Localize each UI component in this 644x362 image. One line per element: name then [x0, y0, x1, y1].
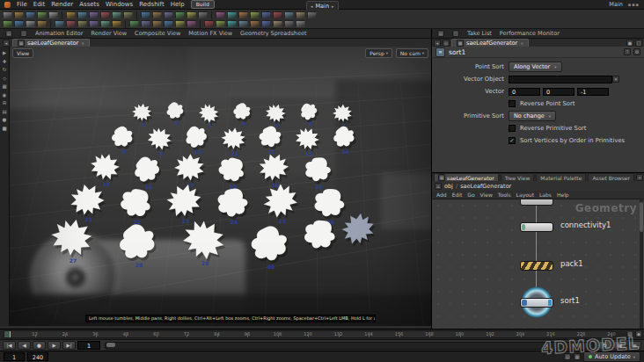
path-segment-obj[interactable]: obj [444, 183, 453, 190]
shelf-tool-icon[interactable] [100, 20, 110, 27]
pane-tab-animation-editor[interactable]: Animation Editor [35, 30, 83, 37]
shelf-tool-icon[interactable] [112, 20, 121, 27]
pane-tab-take-list[interactable]: Take List [467, 30, 492, 37]
playbar-menu-icon[interactable]: ≡ [628, 341, 641, 350]
node-sort1[interactable] [520, 298, 553, 308]
play-reverse-button[interactable]: ◀ [18, 341, 31, 350]
viewport-3d[interactable]: 1234567891011121314151617181920212223242… [10, 47, 431, 326]
network-scrollbar[interactable] [640, 199, 643, 329]
point-sort-dropdown[interactable]: Along Vector ▾ [509, 62, 562, 72]
pane-link-icon[interactable]: ◎ [443, 40, 450, 47]
display-icon[interactable]: ● [3, 118, 7, 123]
leaf-shape[interactable] [332, 104, 353, 123]
frame-slider[interactable] [105, 342, 594, 350]
shelf-tool-icon[interactable] [26, 20, 35, 27]
layout-icon[interactable]: ▤ [2, 110, 6, 115]
parameter-tab[interactable]: ▩ saeLeafGenerator × [451, 39, 529, 47]
shelf-tool-icon[interactable] [66, 11, 76, 18]
reverse-point-checkbox[interactable] [509, 100, 516, 107]
shelf-tool-icon[interactable] [273, 20, 282, 27]
update-mode-dropdown[interactable]: Auto Update ▾ [583, 351, 640, 362]
network-canvas[interactable]: Geometry connectivity1pack1sort1 [431, 199, 644, 329]
shelf-tool-icon[interactable] [296, 20, 305, 27]
shelf-tool-icon[interactable] [141, 20, 150, 27]
pane-tab-performance-monitor[interactable]: Performance Monitor [500, 30, 560, 37]
network-tab-tree-view[interactable]: Tree View [501, 173, 535, 182]
shelf-tool-icon[interactable] [238, 20, 248, 27]
shelf-tool-icon[interactable] [152, 20, 162, 27]
shelf-tool-icon[interactable] [250, 20, 260, 27]
shelf-tool-icon[interactable] [100, 11, 110, 18]
network-view-tab[interactable]: ▦ saeLeafGenerator [434, 173, 499, 182]
pane-stow-icon[interactable]: ◂ [3, 40, 10, 47]
shelf-tool-icon[interactable] [307, 11, 317, 18]
node-pack1[interactable] [520, 261, 553, 271]
shelf-tool-icon[interactable] [14, 20, 24, 27]
snap-icon[interactable]: ◉ [3, 93, 7, 98]
leaf-shape[interactable] [173, 152, 205, 182]
camera-select-button[interactable]: No cam ▾ [396, 48, 428, 58]
menu-file[interactable]: File [17, 1, 27, 8]
path-segment-current[interactable]: saeLeafGenerator [460, 183, 511, 190]
range-start-field[interactable]: 1 [4, 352, 25, 361]
menu-redshift[interactable]: Redshift [139, 1, 164, 8]
timeline-options-icon[interactable]: ▤ [626, 330, 633, 337]
pane-tab-composite-view[interactable]: Composite View [135, 30, 180, 37]
move-tool-icon[interactable]: ✚ [3, 60, 7, 65]
scale-tool-icon[interactable]: ◇ [3, 76, 6, 82]
shelf-tool-icon[interactable] [89, 20, 99, 27]
jump-start-button[interactable]: |◀ [3, 341, 16, 350]
chooser-icon[interactable]: ▾ [612, 76, 619, 83]
shelf-tool-icon[interactable] [89, 11, 99, 18]
shelf-tool-icon[interactable] [204, 20, 214, 27]
play-button[interactable]: ▶ [48, 341, 61, 350]
gear-icon[interactable]: ⚙ [633, 48, 640, 55]
leaf-shape[interactable] [249, 224, 289, 263]
network-menu-tools[interactable]: Tools [498, 192, 511, 198]
playbar-options-icon[interactable]: ▤ [613, 341, 626, 350]
menu-help[interactable]: Help [171, 1, 185, 8]
pin-icon[interactable]: ● [626, 40, 633, 47]
range-end-field[interactable]: 240 [27, 352, 48, 361]
playhead[interactable] [4, 331, 11, 337]
vector-x-field[interactable]: 0 [509, 88, 540, 96]
pane-tab-geometry-spreadsheet[interactable]: Geometry Spreadsheet [240, 30, 306, 37]
stop-button[interactable]: ● [33, 341, 46, 350]
pane-menu-icon[interactable]: ▤ [437, 30, 444, 37]
shelf-tool-icon[interactable] [250, 11, 260, 18]
vector-z-field[interactable]: -1 [577, 88, 609, 96]
network-menu-edit[interactable]: Edit [452, 192, 463, 198]
persp-view-button[interactable]: Persp ▾ [365, 48, 392, 58]
leaf-shape[interactable] [220, 126, 247, 151]
shelf-tool-icon[interactable] [296, 11, 305, 18]
node-connectivity1[interactable] [520, 222, 553, 232]
grid-icon[interactable]: ⊞ [3, 101, 7, 106]
main-window-tab[interactable]: Main [609, 1, 623, 8]
shelf-tool-icon[interactable] [175, 20, 185, 27]
pane-tab-motion-fx-view[interactable]: Motion FX View [188, 30, 232, 37]
display-flag[interactable] [548, 300, 552, 306]
sort-vertices-checkbox[interactable]: ✓ [509, 137, 516, 144]
window-controls-icon[interactable]: ▪▪▪ [628, 2, 640, 7]
leaf-shape[interactable] [296, 99, 320, 123]
menu-render[interactable]: Render [51, 1, 73, 8]
reverse-primitive-checkbox[interactable] [509, 125, 516, 132]
close-icon[interactable]: × [520, 41, 523, 46]
shelf-tool-icon[interactable] [3, 11, 12, 18]
network-menu-view[interactable]: View [480, 192, 493, 198]
shelf-tool-icon[interactable] [14, 11, 24, 18]
rotate-tool-icon[interactable]: ↻ [3, 68, 7, 73]
view-menu-button[interactable]: View [12, 48, 33, 58]
network-menu-add[interactable]: Add [436, 192, 447, 198]
shelf-tool-icon[interactable] [164, 20, 173, 27]
close-icon[interactable]: × [81, 41, 84, 46]
timeline-ruler[interactable]: 1224364860728496108120132144156168180192… [0, 329, 644, 339]
pane-menu-icon[interactable]: ▤ [5, 30, 12, 37]
pane-max-icon[interactable]: □ [635, 40, 642, 47]
shelf-tool-icon[interactable] [261, 20, 271, 27]
shelf-tool-icon[interactable] [3, 20, 12, 27]
current-frame-field[interactable]: 1 [77, 341, 100, 350]
shelf-tool-icon[interactable] [198, 11, 208, 18]
shelf-tool-icon[interactable] [164, 11, 173, 18]
shelf-tool-icon[interactable] [112, 11, 121, 18]
